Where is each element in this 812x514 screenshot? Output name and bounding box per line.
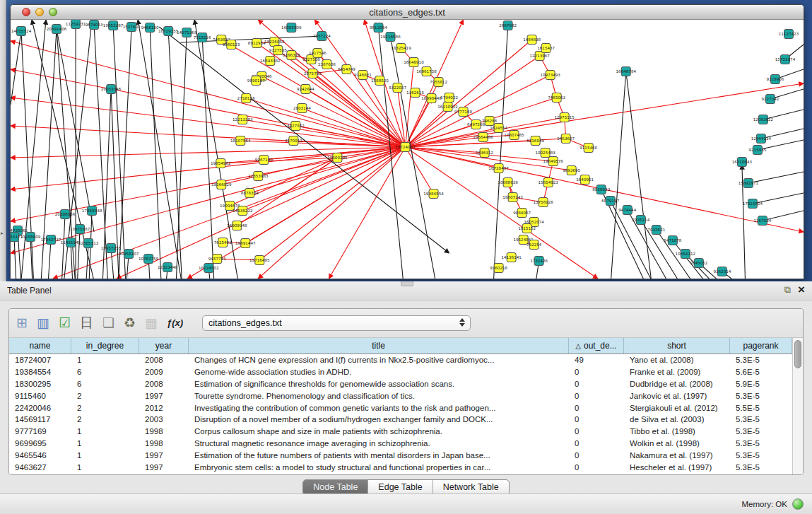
vertical-scrollbar[interactable] bbox=[792, 338, 803, 474]
graph-node[interactable]: 12505113 bbox=[78, 239, 99, 248]
graph-node[interactable]: 16640910 bbox=[404, 58, 424, 67]
graph-node[interactable]: 9115460 bbox=[579, 144, 597, 153]
graph-node[interactable]: 9674053 bbox=[86, 21, 103, 30]
graph-node[interactable]: 2718126 bbox=[237, 94, 255, 103]
graph-node[interactable]: 19649578 bbox=[543, 157, 563, 166]
column-select-icon[interactable]: ▥ bbox=[37, 315, 49, 331]
delete-column-icon[interactable]: ♻ bbox=[124, 315, 136, 331]
graph-node[interactable]: 18325419 bbox=[391, 44, 411, 53]
graph-node[interactable]: 11127423 bbox=[779, 30, 799, 39]
graph-node[interactable]: 9329906 bbox=[766, 75, 784, 84]
table-selector-dropdown[interactable]: citations_edges.txt bbox=[202, 315, 471, 331]
new-column-icon[interactable]: ❏ bbox=[102, 315, 114, 331]
graph-node[interactable]: 16909948 bbox=[227, 221, 247, 230]
graph-node[interactable]: 8878334 bbox=[241, 189, 259, 198]
graph-node[interactable]: 8858923 bbox=[592, 185, 610, 194]
graph-node[interactable]: 14136141 bbox=[501, 253, 522, 262]
graph-node[interactable]: 6794022 bbox=[440, 93, 458, 103]
graph-node[interactable]: 7485063 bbox=[548, 93, 565, 103]
graph-node[interactable]: 19218586 bbox=[380, 33, 401, 42]
graph-node[interactable]: 1588520 bbox=[371, 76, 389, 86]
graph-node[interactable]: 15892971 bbox=[739, 179, 759, 188]
graph-node[interactable]: 6216049 bbox=[526, 136, 544, 146]
function-builder-icon[interactable]: ƒ(x) bbox=[167, 315, 183, 331]
table-row[interactable]: 1872400712008Changes of HCN gene express… bbox=[9, 354, 792, 366]
graph-node[interactable]: 7625402 bbox=[214, 238, 232, 247]
graph-node[interactable]: 1836312 bbox=[476, 148, 493, 158]
window-titlebar[interactable]: citations_edges.txt bbox=[11, 5, 804, 20]
column-header-out_de[interactable]: △out_de... bbox=[569, 338, 624, 354]
select-rows-icon[interactable]: ☑ bbox=[59, 315, 71, 331]
column-header-in_degree[interactable]: in_degree bbox=[71, 338, 139, 354]
graph-node[interactable]: 8813054 bbox=[370, 23, 387, 33]
graph-node[interactable]: 2887682 bbox=[499, 21, 517, 30]
graph-node[interactable]: 11156809 bbox=[20, 233, 41, 242]
pane-collapse-arrow[interactable]: ▸ bbox=[1, 230, 4, 235]
graph-node[interactable]: 9457791 bbox=[208, 255, 226, 264]
graph-node[interactable]: 19854982 bbox=[211, 159, 230, 168]
graph-node[interactable]: 1484838 bbox=[523, 35, 541, 45]
memory-indicator-icon[interactable] bbox=[792, 498, 804, 510]
graph-node[interactable]: 9227342 bbox=[761, 95, 779, 104]
graph-node[interactable]: 18720407 bbox=[488, 164, 509, 173]
table-row[interactable]: 911546021997Tourette syndrome. Phenomeno… bbox=[9, 390, 792, 402]
graph-node[interactable]: 10782759 bbox=[139, 255, 159, 264]
graph-node[interactable]: 15751074 bbox=[775, 55, 796, 64]
zoom-window-icon[interactable] bbox=[49, 8, 57, 16]
graph-node[interactable]: 1733426 bbox=[530, 257, 548, 266]
graph-node[interactable]: 7955812 bbox=[430, 78, 447, 87]
graph-node[interactable]: 9084067 bbox=[513, 209, 531, 218]
column-header-pagerank[interactable]: pagerank bbox=[730, 338, 792, 354]
graph-node[interactable]: 8471878 bbox=[664, 236, 681, 245]
graph-node[interactable]: 17016504 bbox=[743, 199, 763, 209]
column-header-year[interactable]: year bbox=[139, 338, 189, 354]
graph-node[interactable]: 9463627 bbox=[557, 134, 575, 144]
graph-node[interactable]: 10653287 bbox=[103, 21, 124, 30]
column-header-name[interactable]: name bbox=[9, 338, 71, 354]
graph-node[interactable]: 16961758 bbox=[416, 67, 437, 76]
graph-node[interactable]: 16210643 bbox=[732, 158, 753, 167]
graph-node[interactable]: 19166829 bbox=[211, 180, 232, 189]
table-row[interactable]: 977716911998Corpus callosum shape and si… bbox=[9, 426, 792, 438]
tab-network-table[interactable]: Network Table bbox=[433, 480, 509, 495]
table-row[interactable]: 946554611997Estimation of the future num… bbox=[9, 449, 792, 461]
pane-divider-handle[interactable] bbox=[401, 281, 413, 286]
table-row[interactable]: 2242004622012Investigating the contribut… bbox=[9, 402, 792, 414]
graph-node[interactable]: 8454749 bbox=[338, 65, 355, 74]
network-canvas[interactable]: 1405572420691406112592319674053106532871… bbox=[11, 20, 804, 279]
graph-node[interactable]: 10025483 bbox=[535, 148, 555, 158]
graph-node[interactable]: 10958107 bbox=[119, 250, 139, 259]
scrollbar-thumb[interactable] bbox=[794, 340, 801, 368]
table-settings-icon[interactable]: ⊞ bbox=[16, 315, 28, 331]
table-row[interactable]: 1456911722003Disruption of a novel membe… bbox=[9, 414, 792, 426]
table-row[interactable]: 969969511998Structural magnetic resonanc… bbox=[9, 438, 792, 450]
table-row[interactable]: 1938455462009Genome-wide association stu… bbox=[9, 366, 792, 378]
graph-node[interactable]: 14055724 bbox=[11, 27, 32, 36]
graph-node[interactable]: 2803144 bbox=[293, 104, 311, 113]
graph-node[interactable]: 10719155 bbox=[158, 27, 179, 36]
graph-node[interactable]: 12093822 bbox=[753, 115, 773, 124]
minimize-window-icon[interactable] bbox=[35, 8, 44, 16]
graph-node[interactable]: 9362014 bbox=[713, 267, 731, 276]
graph-node[interactable]: 9474444 bbox=[618, 206, 636, 215]
graph-node[interactable]: 18807243 bbox=[502, 193, 523, 202]
graph-node[interactable]: 20691406 bbox=[47, 25, 67, 34]
close-panel-icon[interactable]: × bbox=[798, 284, 805, 296]
column-header-title[interactable]: title bbox=[189, 338, 569, 354]
graph-node[interactable]: 1527602 bbox=[123, 23, 141, 32]
graph-node[interactable]: 18224502 bbox=[199, 264, 218, 273]
column-header-short[interactable]: short bbox=[624, 338, 730, 354]
graph-node[interactable]: 2367608 bbox=[318, 60, 336, 69]
graph-node[interactable]: 13756928 bbox=[533, 198, 553, 207]
tab-node-table[interactable]: Node Table bbox=[303, 480, 368, 495]
tab-edge-table[interactable]: Edge Table bbox=[368, 480, 433, 495]
graph-node[interactable]: 10654112 bbox=[676, 250, 695, 259]
graph-node[interactable]: 19691447 bbox=[235, 239, 256, 248]
graph-node[interactable]: 1167534 bbox=[753, 216, 771, 226]
graph-node[interactable]: 12353983 bbox=[248, 172, 269, 181]
graph-node[interactable]: 20206556 bbox=[55, 210, 76, 219]
close-window-icon[interactable] bbox=[22, 8, 30, 16]
graph-node[interactable]: 16648784 bbox=[616, 67, 637, 76]
graph-node[interactable]: 19384554 bbox=[423, 189, 444, 199]
graph-node[interactable]: 1640951 bbox=[576, 175, 594, 185]
